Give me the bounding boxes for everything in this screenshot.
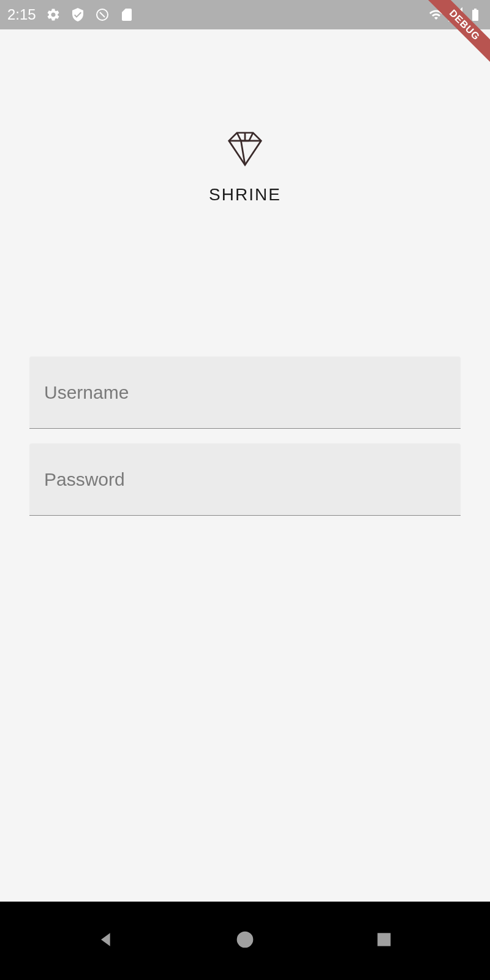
login-form [29, 356, 461, 516]
diamond-logo-icon [224, 127, 266, 170]
svg-rect-2 [377, 933, 390, 946]
nav-back-button[interactable] [96, 930, 116, 952]
sd-card-icon [119, 7, 134, 22]
username-input[interactable] [29, 356, 461, 429]
settings-icon [46, 7, 61, 22]
status-time: 2:15 [7, 6, 36, 23]
login-screen: SHRINE [0, 29, 490, 545]
status-bar: 2:15 [0, 0, 490, 29]
nav-home-button[interactable] [235, 930, 255, 952]
navigation-bar [0, 902, 490, 980]
app-title: SHRINE [209, 185, 281, 205]
password-input[interactable] [29, 443, 461, 516]
nav-recent-button[interactable] [374, 930, 394, 952]
no-sim-icon [95, 7, 110, 22]
svg-point-1 [237, 932, 254, 948]
logo-section: SHRINE [209, 127, 281, 205]
shield-icon [70, 7, 85, 22]
status-bar-left: 2:15 [7, 6, 134, 23]
